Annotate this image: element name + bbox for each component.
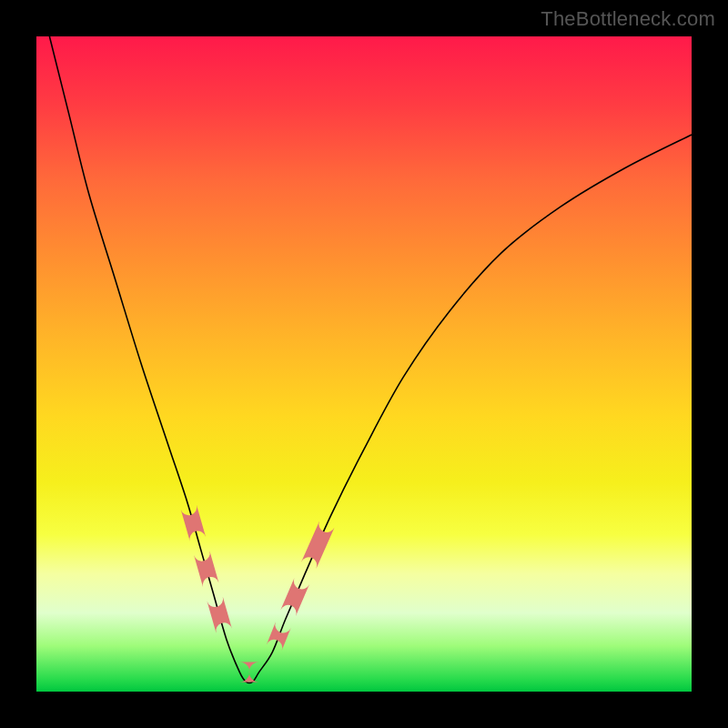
plot-background-gradient (36, 36, 692, 692)
chart-frame: TheBottleneck.com (0, 0, 728, 728)
watermark-text: TheBottleneck.com (541, 7, 715, 31)
